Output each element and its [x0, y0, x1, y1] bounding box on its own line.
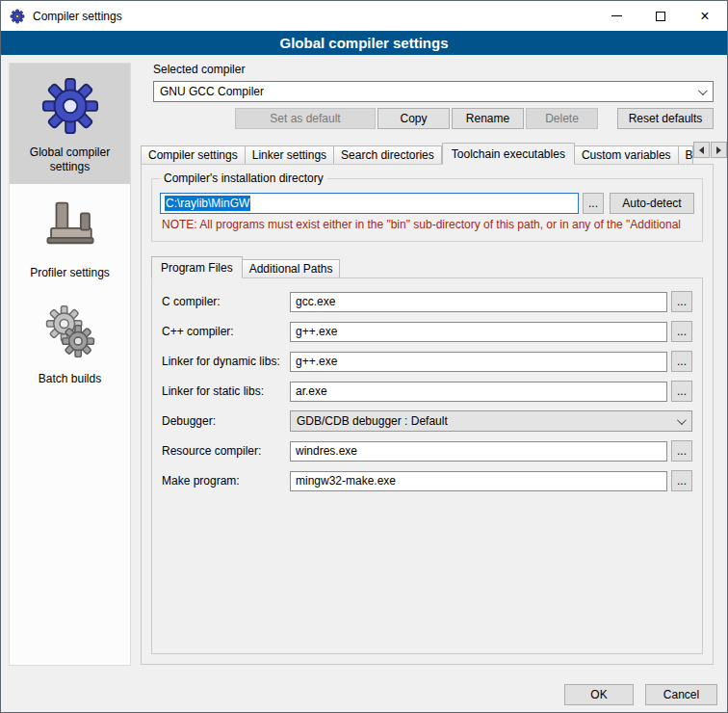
sidebar-item-profiler-settings[interactable]: Profiler settings	[10, 184, 130, 290]
chevron-down-icon	[677, 415, 687, 425]
tab-additional-paths[interactable]: Additional Paths	[243, 259, 341, 277]
c-compiler-row: C compiler: ...	[162, 291, 692, 312]
sidebar-item-label: Profiler settings	[30, 266, 110, 280]
install-dir-input[interactable]: C:\raylib\MinGW	[160, 193, 579, 214]
dialog-body: Global compiler settings Profiler settin…	[1, 55, 727, 713]
sidebar-item-batch-builds[interactable]: Batch builds	[10, 290, 130, 396]
dynamic-linker-browse-button[interactable]: ...	[671, 351, 692, 372]
static-linker-row: Linker for static libs: ...	[162, 381, 692, 402]
cpp-compiler-label: C++ compiler:	[162, 325, 290, 338]
settings-tabstrip: Compiler settings Linker settings Search…	[141, 142, 714, 164]
compiler-settings-window: Compiler settings × Global compiler sett…	[0, 0, 728, 713]
window-title: Compiler settings	[33, 10, 122, 23]
chevron-down-icon	[698, 86, 708, 95]
ok-button[interactable]: OK	[564, 684, 634, 705]
tab-toolchain-executables[interactable]: Toolchain executables	[442, 143, 575, 165]
sidebar-item-label: Global compiler settings	[13, 145, 126, 174]
tab-custom-variables[interactable]: Custom variables	[575, 145, 679, 164]
toolchain-executables-panel: Compiler's installation directory C:\ray…	[141, 164, 714, 665]
debugger-row: Debugger: GDB/CDB debugger : Default	[162, 410, 692, 432]
tab-scroll-left-button[interactable]	[693, 142, 710, 158]
make-program-label: Make program:	[162, 474, 290, 488]
c-compiler-label: C compiler:	[162, 295, 290, 308]
dialog-footer: OK Cancel	[1, 684, 727, 705]
debugger-dropdown[interactable]: GDB/CDB debugger : Default	[290, 410, 692, 432]
rename-button[interactable]: Rename	[452, 108, 524, 129]
selected-compiler-value: GNU GCC Compiler	[160, 85, 264, 98]
make-program-input[interactable]	[290, 471, 667, 491]
minimize-button[interactable]	[594, 1, 638, 31]
tab-compiler-settings[interactable]: Compiler settings	[141, 145, 246, 164]
debugger-value: GDB/CDB debugger : Default	[297, 414, 448, 428]
sidebar-item-label: Batch builds	[39, 372, 101, 386]
dynamic-linker-row: Linker for dynamic libs: ...	[162, 351, 692, 372]
selected-compiler-dropdown[interactable]: GNU GCC Compiler	[153, 81, 714, 102]
blue-gear-icon	[39, 75, 101, 137]
installation-directory-title: Compiler's installation directory	[160, 172, 327, 185]
auto-detect-button[interactable]: Auto-detect	[610, 193, 694, 214]
installation-directory-row: C:\raylib\MinGW ... Auto-detect	[160, 193, 694, 214]
titlebar: Compiler settings ×	[1, 1, 727, 31]
main-panel: Selected compiler GNU GCC Compiler Set a…	[141, 63, 714, 665]
minimize-icon	[611, 15, 622, 16]
close-icon: ×	[700, 9, 709, 24]
delete-button[interactable]: Delete	[526, 108, 598, 129]
arrow-left-icon	[699, 146, 704, 154]
make-program-row: Make program: ...	[162, 470, 692, 491]
install-dir-value: C:\raylib\MinGW	[165, 196, 250, 211]
cpp-compiler-row: C++ compiler: ...	[162, 321, 692, 342]
tab-scroll-right-button[interactable]	[711, 142, 727, 158]
dynamic-linker-input[interactable]	[290, 352, 667, 372]
c-compiler-browse-button[interactable]: ...	[671, 291, 692, 312]
resource-compiler-label: Resource compiler:	[162, 444, 290, 458]
installation-directory-group: Compiler's installation directory C:\ray…	[151, 178, 703, 242]
settings-category-list: Global compiler settings Profiler settin…	[9, 63, 131, 666]
gray-gears-icon	[39, 302, 101, 363]
c-compiler-input[interactable]	[290, 292, 667, 312]
bin-subdirectory-note: NOTE: All programs must exist either in …	[162, 218, 694, 231]
compiler-actions: Set as default Copy Rename Delete Reset …	[141, 108, 714, 129]
selected-compiler-label: Selected compiler	[153, 63, 714, 76]
maximize-icon	[656, 12, 665, 21]
tab-build-truncated[interactable]: Buil	[679, 145, 693, 164]
close-button[interactable]: ×	[683, 1, 727, 31]
cpp-compiler-browse-button[interactable]: ...	[671, 321, 692, 342]
make-program-browse-button[interactable]: ...	[671, 470, 692, 491]
arrow-right-icon	[716, 146, 721, 154]
resource-compiler-input[interactable]	[290, 441, 667, 462]
tab-search-directories[interactable]: Search directories	[334, 145, 442, 164]
app-icon	[10, 9, 25, 24]
debugger-label: Debugger:	[162, 414, 290, 428]
cpp-compiler-input[interactable]	[290, 322, 667, 342]
program-files-tabstrip: Program Files Additional Paths	[151, 255, 703, 277]
static-linker-input[interactable]	[290, 382, 667, 402]
window-controls: ×	[594, 1, 727, 31]
set-as-default-button[interactable]: Set as default	[235, 108, 376, 129]
static-linker-label: Linker for static libs:	[162, 384, 290, 398]
resource-compiler-row: Resource compiler: ...	[162, 440, 692, 462]
reset-defaults-button[interactable]: Reset defaults	[617, 108, 714, 129]
tab-linker-settings[interactable]: Linker settings	[246, 145, 334, 164]
install-dir-browse-button[interactable]: ...	[583, 193, 604, 214]
static-linker-browse-button[interactable]: ...	[671, 381, 692, 402]
dialog-header: Global compiler settings	[1, 31, 727, 55]
copy-button[interactable]: Copy	[377, 108, 450, 129]
maximize-button[interactable]	[638, 1, 683, 31]
dynamic-linker-label: Linker for dynamic libs:	[162, 355, 290, 368]
profiler-tool-icon	[39, 196, 101, 257]
tab-program-files[interactable]: Program Files	[151, 256, 243, 278]
cancel-button[interactable]: Cancel	[645, 684, 717, 705]
resource-compiler-browse-button[interactable]: ...	[671, 440, 692, 462]
program-files-panel: C compiler: ... C++ compiler: ... Linker…	[151, 277, 703, 654]
tab-scrollers	[693, 142, 727, 158]
sidebar-item-global-compiler-settings[interactable]: Global compiler settings	[10, 64, 130, 184]
